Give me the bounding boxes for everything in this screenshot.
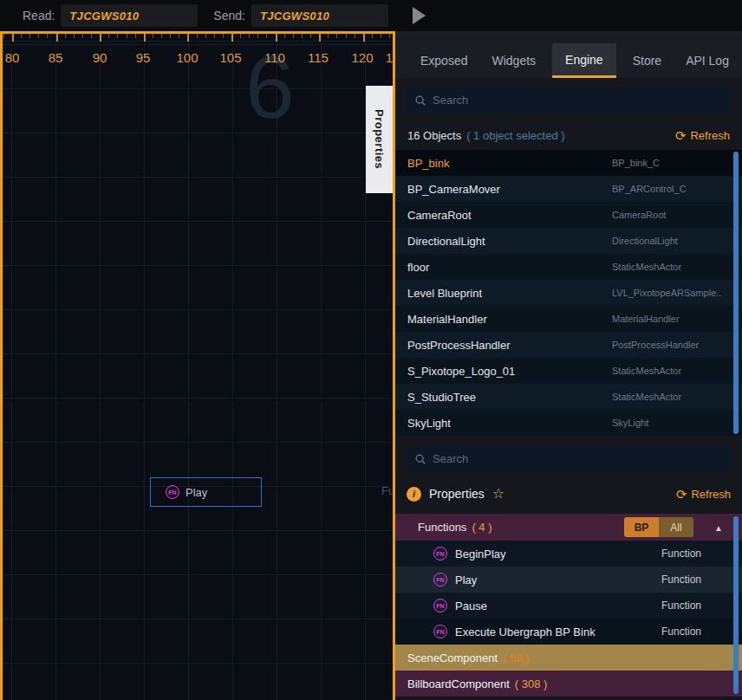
ruler-number: 100: [176, 50, 198, 65]
object-class: StaticMeshActor: [612, 262, 681, 272]
function-name: Play: [455, 574, 477, 587]
object-row-bp-cameramover[interactable]: BP_CameraMover BP_ARControl_C: [395, 176, 742, 202]
all-filter-button[interactable]: All: [659, 517, 693, 537]
ruler-tick: [372, 34, 373, 38]
tab-api-log[interactable]: API Log: [678, 43, 737, 78]
objects-search-input[interactable]: Search: [407, 88, 731, 113]
object-row-s-pixotope-logo[interactable]: S_Pixotope_Logo_01 StaticMeshActor: [395, 358, 742, 384]
ruler-tick: [328, 34, 329, 38]
ruler-tick: [276, 34, 277, 42]
object-row-bp-bink[interactable]: BP_bink BP_bink_C: [395, 150, 742, 176]
function-name: BeginPlay: [455, 548, 506, 561]
object-class: StaticMeshActor: [612, 366, 681, 376]
ruler-number: 110: [264, 50, 285, 65]
function-row-execute-ubergraph[interactable]: FN Execute Ubergraph BP Bink Function: [395, 619, 742, 645]
object-row-postprocesshandler[interactable]: PostProcessHandler PostProcessHandler: [395, 332, 742, 358]
object-class: DirectionalLight: [612, 236, 678, 246]
object-row-materialhandler[interactable]: MaterialHandler MaterialHandler: [395, 306, 742, 332]
function-name: Execute Ubergraph BP Bink: [455, 625, 596, 638]
star-icon[interactable]: ☆: [492, 487, 504, 501]
play-icon[interactable]: [413, 7, 426, 24]
collapse-icon[interactable]: ▲: [714, 522, 723, 532]
ruler-tick: [389, 34, 390, 38]
properties-scrollbar[interactable]: [733, 516, 739, 694]
ghost-text: Func: [381, 484, 395, 497]
objects-header: 16 Objects ( 1 object selected ) ⟳ Refre…: [395, 124, 742, 146]
ruler-number: 120: [351, 50, 373, 65]
ruler-number: 95: [136, 50, 151, 65]
fn-icon: FN: [433, 573, 447, 587]
read-input[interactable]: TJCGWS010: [61, 4, 198, 27]
viewport-grid: [3, 34, 393, 700]
object-name: floor: [407, 261, 429, 274]
section-count: ( 308 ): [515, 677, 548, 690]
object-name: S_StudioTree: [407, 391, 476, 404]
fn-icon: FN: [433, 547, 447, 561]
ruler-tick: [12, 34, 14, 42]
properties-refresh-button[interactable]: ⟳ Refresh: [676, 488, 731, 501]
ruler-tick: [231, 34, 233, 42]
section-billboardcomponent[interactable]: BillboardComponent ( 308 ): [395, 671, 742, 697]
functions-section-header[interactable]: Functions ( 4 ) BP All ▲: [395, 514, 742, 541]
ruler-tick: [249, 34, 250, 38]
object-name: SkyLight: [407, 417, 451, 430]
object-class: MaterialHandler: [612, 314, 680, 324]
ruler-tick: [74, 34, 75, 38]
object-class: PostProcessHandler: [612, 340, 699, 350]
ruler-tick: [266, 34, 267, 38]
ruler-tick: [223, 34, 224, 38]
viewport[interactable]: 80 85 90 95 100 105 110 115 120 1 6 Func…: [0, 31, 395, 700]
ruler-tick: [336, 34, 337, 38]
objects-refresh-button[interactable]: ⟳ Refresh: [675, 129, 730, 142]
bp-filter-button[interactable]: BP: [624, 517, 659, 537]
object-row-floor[interactable]: floor StaticMeshActor: [395, 254, 742, 280]
ruler-tick: [319, 34, 321, 42]
function-row-pause[interactable]: FN Pause Function: [395, 593, 742, 619]
properties-side-tab[interactable]: Properties: [366, 86, 393, 193]
send-input[interactable]: TJCGWS010: [251, 4, 388, 27]
ruler-tick: [82, 34, 83, 38]
ruler-tick: [47, 34, 48, 38]
ruler-tick: [91, 34, 92, 38]
function-row-play[interactable]: FN Play Function: [395, 567, 742, 593]
ruler-tick: [153, 34, 153, 38]
object-class: StaticMeshActor: [612, 392, 681, 402]
function-row-beginplay[interactable]: FN BeginPlay Function: [395, 541, 742, 567]
object-row-skylight[interactable]: SkyLight SkyLight: [395, 410, 742, 436]
properties-title: Properties: [429, 487, 485, 501]
play-function-overlay[interactable]: FN Play: [150, 477, 262, 507]
ruler-tick: [257, 34, 258, 38]
function-name: Pause: [455, 600, 487, 612]
tab-exposed[interactable]: Exposed: [413, 43, 475, 78]
ruler-tick: [3, 34, 4, 38]
object-row-level-blueprint[interactable]: Level Blueprint LVL_PixotopeARSample..: [395, 280, 742, 306]
send-label: Send:: [213, 9, 245, 23]
ruler-tick: [381, 34, 381, 38]
tab-store[interactable]: Store: [625, 43, 669, 78]
ruler-tick: [214, 34, 215, 38]
fn-icon: FN: [433, 625, 447, 638]
fn-icon: FN: [166, 485, 179, 499]
read-label: Read:: [23, 9, 55, 23]
object-name: S_Pixotope_Logo_01: [407, 365, 515, 378]
ruler-tick: [135, 34, 136, 38]
ruler-number: 80: [5, 50, 20, 65]
ruler-tick: [363, 34, 365, 42]
object-row-cameraroot[interactable]: CameraRoot CameraRoot: [395, 202, 742, 228]
ruler-tick: [346, 34, 347, 38]
object-list-scrollbar[interactable]: [733, 152, 739, 434]
ruler-tick: [205, 34, 206, 38]
ruler-tick: [240, 34, 241, 38]
ruler-tick: [170, 34, 171, 38]
object-class: BP_bink_C: [612, 158, 660, 168]
ruler-tick: [127, 34, 127, 38]
object-row-s-studiotree[interactable]: S_StudioTree StaticMeshActor: [395, 384, 742, 410]
ruler-tick: [310, 34, 311, 38]
tab-widgets[interactable]: Widgets: [484, 43, 543, 78]
section-scenecomponent[interactable]: SceneComponent ( 58 ): [395, 645, 742, 671]
object-name: BP_bink: [407, 157, 449, 170]
tab-engine[interactable]: Engine: [552, 43, 616, 78]
properties-search-input[interactable]: Search: [407, 446, 731, 471]
object-row-directionallight[interactable]: DirectionalLight DirectionalLight: [395, 228, 742, 254]
panel-tabs: Exposed Widgets Engine Store API Log: [395, 31, 742, 78]
